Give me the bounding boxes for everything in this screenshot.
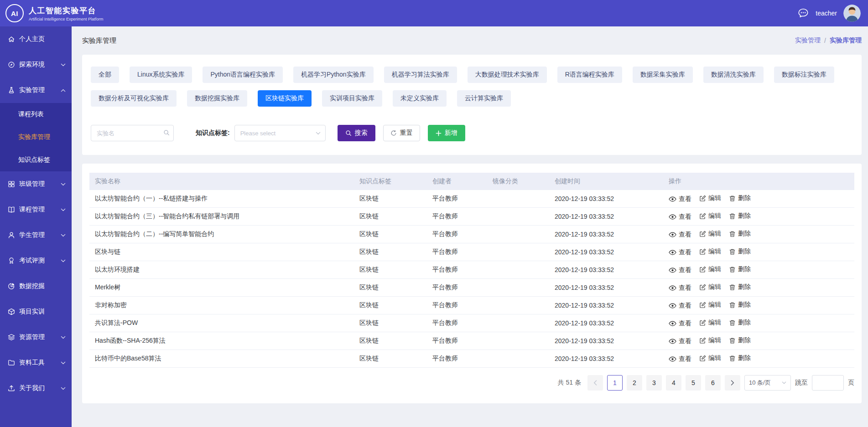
sidebar-item-experiment[interactable]: 实验管理 <box>0 77 72 103</box>
sidebar-item-class[interactable]: 班级管理 <box>0 171 72 197</box>
created-time-cell: 2020-12-19 03:33:52 <box>549 243 663 261</box>
filter-tag[interactable]: 机器学习Python实验库 <box>293 67 374 83</box>
filter-tag[interactable]: 区块链实验库 <box>258 90 312 107</box>
experiment-name-cell: 以太坊智能合约（三）--智能合约私有链部署与调用 <box>89 208 354 226</box>
filter-tag[interactable]: Linux系统实验库 <box>130 67 192 83</box>
select-placeholder: Please select <box>240 130 275 137</box>
jump-page-input[interactable] <box>812 375 844 391</box>
row-delete-link[interactable]: 删除 <box>729 265 751 273</box>
sidebar-item-tools[interactable]: 资料工具 <box>0 350 72 376</box>
filter-tag[interactable]: 数据挖掘实验库 <box>187 90 247 107</box>
layers-icon <box>7 334 15 341</box>
filter-tag[interactable]: Python语言编程实验库 <box>203 67 283 83</box>
table-row: 非对称加密区块链平台教师2020-12-19 03:33:52查看编辑删除 <box>89 297 854 314</box>
row-edit-link[interactable]: 编辑 <box>699 301 721 309</box>
sidebar-item-label: 项目实训 <box>19 308 66 316</box>
experiment-name-input[interactable] <box>91 125 174 141</box>
filter-tag[interactable]: 大数据处理技术实验库 <box>468 67 547 83</box>
breadcrumb-parent[interactable]: 实验管理 <box>795 36 821 45</box>
page-button-6[interactable]: 6 <box>705 375 721 391</box>
row-edit-label: 编辑 <box>708 319 721 327</box>
row-view-link[interactable]: 查看 <box>669 231 691 239</box>
row-edit-link[interactable]: 编辑 <box>699 354 721 362</box>
filter-tag[interactable]: 数据标注实验库 <box>774 67 834 83</box>
row-edit-link[interactable]: 编辑 <box>699 247 721 256</box>
row-delete-link[interactable]: 删除 <box>729 283 751 291</box>
row-edit-link[interactable]: 编辑 <box>699 319 721 327</box>
breadcrumb-current: 实验库管理 <box>830 36 862 45</box>
row-delete-link[interactable]: 删除 <box>729 354 751 362</box>
row-delete-link[interactable]: 删除 <box>729 230 751 238</box>
sidebar-subitem-course-list[interactable]: 课程列表 <box>0 103 72 126</box>
row-view-link[interactable]: 查看 <box>669 337 691 345</box>
row-edit-link[interactable]: 编辑 <box>699 283 721 291</box>
table-row: 以太坊环境搭建区块链平台教师2020-12-19 03:33:52查看编辑删除 <box>89 261 854 279</box>
sidebar-item-explore[interactable]: 探索环境 <box>0 52 72 77</box>
sidebar-item-mining[interactable]: 数据挖掘 <box>0 273 72 299</box>
user-avatar[interactable] <box>843 5 861 22</box>
filter-tag[interactable]: 机器学习算法实验库 <box>384 67 457 83</box>
filter-tag[interactable]: 全部 <box>91 67 119 83</box>
filter-tag[interactable]: 数据清洗实验库 <box>703 67 764 83</box>
sidebar-item-student[interactable]: 学生管理 <box>0 222 72 248</box>
row-view-link[interactable]: 查看 <box>669 195 691 203</box>
filter-tag[interactable]: 云计算实验库 <box>457 90 511 107</box>
row-edit-link[interactable]: 编辑 <box>699 212 721 220</box>
next-page-button[interactable] <box>725 375 740 391</box>
filter-tag[interactable]: 实训项目实验库 <box>322 90 382 107</box>
row-view-link[interactable]: 查看 <box>669 302 691 310</box>
reset-button[interactable]: 重置 <box>383 125 420 141</box>
experiment-name-cell: 以太坊环境搭建 <box>89 261 354 279</box>
sidebar-item-project[interactable]: 项目实训 <box>0 299 72 324</box>
page-button-3[interactable]: 3 <box>646 375 662 391</box>
row-edit-link[interactable]: 编辑 <box>699 336 721 345</box>
sidebar-subitem-experiment-library[interactable]: 实验库管理 <box>0 126 72 149</box>
actions-cell: 查看编辑删除 <box>663 314 854 332</box>
edit-icon <box>699 248 706 255</box>
search-icon <box>345 130 352 136</box>
row-delete-link[interactable]: 删除 <box>729 247 751 256</box>
row-view-label: 查看 <box>679 266 691 274</box>
sidebar-item-home[interactable]: 个人主页 <box>0 26 72 52</box>
row-edit-link[interactable]: 编辑 <box>699 265 721 273</box>
filter-tag[interactable]: 未定义实验库 <box>393 90 447 107</box>
row-delete-link[interactable]: 删除 <box>729 319 751 327</box>
prev-page-button[interactable] <box>587 375 603 391</box>
actions-cell: 查看编辑删除 <box>663 332 854 350</box>
sidebar-item-label: 探索环境 <box>19 61 57 69</box>
sidebar-item-exam[interactable]: 考试评测 <box>0 248 72 273</box>
filter-tag[interactable]: 数据分析及可视化实验库 <box>91 90 177 107</box>
page-button-4[interactable]: 4 <box>666 375 681 391</box>
row-view-link[interactable]: 查看 <box>669 248 691 257</box>
row-delete-link[interactable]: 删除 <box>729 194 751 202</box>
row-view-link[interactable]: 查看 <box>669 355 691 363</box>
row-delete-link[interactable]: 删除 <box>729 212 751 220</box>
row-view-link[interactable]: 查看 <box>669 319 691 328</box>
page-button-1[interactable]: 1 <box>607 375 623 391</box>
row-view-link[interactable]: 查看 <box>669 284 691 292</box>
sidebar-item-about[interactable]: 关于我们 <box>0 376 72 401</box>
row-delete-link[interactable]: 删除 <box>729 301 751 309</box>
search-button[interactable]: 搜索 <box>338 125 375 141</box>
row-delete-link[interactable]: 删除 <box>729 336 751 345</box>
row-edit-link[interactable]: 编辑 <box>699 230 721 238</box>
knowledge-tag-select[interactable]: Please select <box>234 125 326 141</box>
sidebar-item-resource[interactable]: 资源管理 <box>0 324 72 350</box>
row-view-link[interactable]: 查看 <box>669 266 691 274</box>
folder-icon <box>7 359 15 366</box>
row-edit-label: 编辑 <box>708 265 721 273</box>
page-button-2[interactable]: 2 <box>627 375 642 391</box>
row-view-link[interactable]: 查看 <box>669 213 691 221</box>
table-row: Merkle树区块链平台教师2020-12-19 03:33:52查看编辑删除 <box>89 279 854 297</box>
row-edit-link[interactable]: 编辑 <box>699 194 721 202</box>
mirror-category-cell <box>487 208 549 226</box>
messages-icon[interactable] <box>797 7 809 19</box>
add-button[interactable]: 新增 <box>428 125 465 141</box>
page-button-5[interactable]: 5 <box>686 375 701 391</box>
actions-cell: 查看编辑删除 <box>663 279 854 297</box>
filter-tag[interactable]: 数据采集实验库 <box>633 67 693 83</box>
sidebar-subitem-knowledge-tags[interactable]: 知识点标签 <box>0 149 72 171</box>
page-size-select[interactable]: 10 条/页 <box>744 375 791 391</box>
filter-tag[interactable]: R语言编程实验库 <box>557 67 622 83</box>
sidebar-item-course[interactable]: 课程管理 <box>0 197 72 222</box>
